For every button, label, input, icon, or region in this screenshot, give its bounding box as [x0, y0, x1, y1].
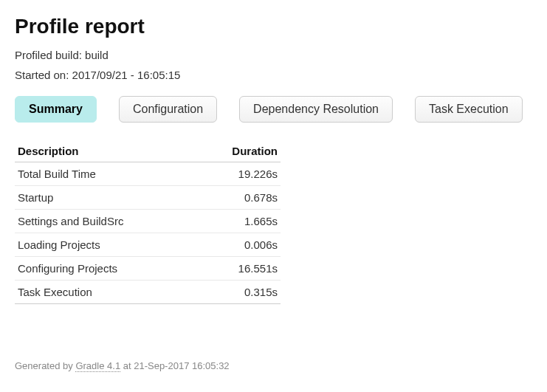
tab-dependency-resolution[interactable]: Dependency Resolution	[239, 96, 393, 123]
cell-duration: 0.006s	[197, 233, 281, 257]
footer-timestamp: 21-Sep-2017 16:05:32	[134, 360, 229, 371]
table-row: Configuring Projects 16.551s	[15, 257, 281, 281]
cell-duration: 0.315s	[197, 281, 281, 304]
cell-description: Total Build Time	[15, 162, 197, 186]
footer-generated-by: Generated by	[15, 360, 73, 371]
profiled-build-value: build	[85, 49, 109, 61]
started-on-line: Started on: 2017/09/21 - 16:05:15	[15, 69, 532, 81]
cell-duration: 19.226s	[197, 162, 281, 186]
cell-description: Loading Projects	[15, 233, 197, 257]
footer: Generated by Gradle 4.1 at 21-Sep-2017 1…	[15, 360, 532, 371]
cell-description: Startup	[15, 186, 197, 210]
cell-description: Settings and BuildSrc	[15, 210, 197, 233]
tab-bar: Summary Configuration Dependency Resolut…	[15, 96, 532, 123]
tab-task-execution[interactable]: Task Execution	[415, 96, 523, 123]
table-row: Task Execution 0.315s	[15, 281, 281, 304]
table-row: Total Build Time 19.226s	[15, 162, 281, 186]
cell-duration: 1.665s	[197, 210, 281, 233]
started-on-label: Started on:	[15, 69, 69, 81]
tab-configuration[interactable]: Configuration	[119, 96, 217, 123]
table-row: Startup 0.678s	[15, 186, 281, 210]
footer-at: at	[123, 360, 131, 371]
col-header-description: Description	[15, 140, 197, 162]
table-row: Loading Projects 0.006s	[15, 233, 281, 257]
table-row: Settings and BuildSrc 1.665s	[15, 210, 281, 233]
cell-duration: 16.551s	[197, 257, 281, 281]
cell-description: Task Execution	[15, 281, 197, 304]
gradle-link[interactable]: Gradle 4.1	[75, 360, 120, 372]
profiled-build-label: Profiled build:	[15, 49, 82, 61]
page-title: Profile report	[15, 15, 532, 38]
col-header-duration: Duration	[197, 140, 281, 162]
cell-duration: 0.678s	[197, 186, 281, 210]
profiled-build-line: Profiled build: build	[15, 49, 532, 61]
started-on-value: 2017/09/21 - 16:05:15	[72, 69, 181, 81]
cell-description: Configuring Projects	[15, 257, 197, 281]
summary-table: Description Duration Total Build Time 19…	[15, 140, 281, 304]
tab-summary[interactable]: Summary	[15, 96, 97, 123]
